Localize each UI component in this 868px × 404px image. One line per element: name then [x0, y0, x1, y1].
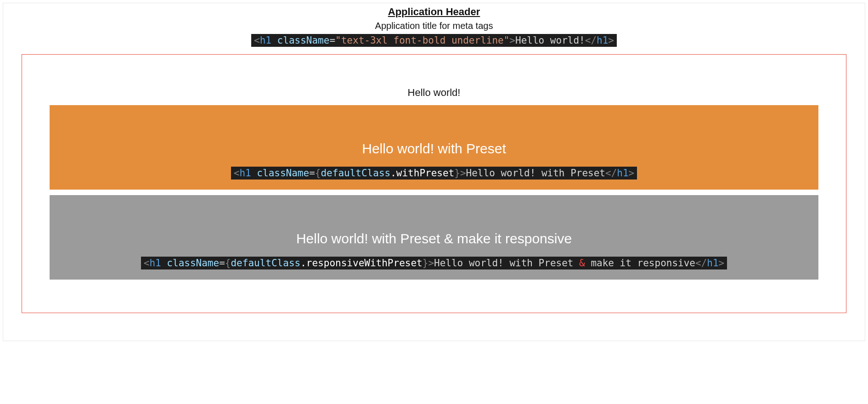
code-token: }: [423, 258, 428, 269]
code-token: <: [144, 258, 150, 269]
code-token: Hello world! with Preset: [434, 258, 579, 269]
code-token: >: [608, 35, 614, 46]
code-line: <h1 className={defaultClass.withPreset}>…: [231, 167, 637, 180]
code-token: >: [629, 168, 635, 179]
code-token: h1: [707, 258, 718, 269]
code-token: className: [167, 258, 219, 269]
code-token: [251, 168, 257, 179]
code-token: </: [585, 35, 597, 46]
code-snippet-1: <h1 className="text-3xl font-bold underl…: [3, 34, 865, 47]
code-token: Hello world!: [515, 35, 585, 46]
preset-heading: Hello world! with Preset: [50, 141, 818, 157]
responsive-heading: Hello world! with Preset & make it respo…: [50, 231, 818, 247]
code-line: <h1 className={defaultClass.responsiveWi…: [141, 257, 727, 269]
code-token: withPreset: [396, 168, 454, 179]
code-snippet-2: <h1 className={defaultClass.withPreset}>…: [50, 167, 818, 180]
code-token: {: [225, 258, 231, 269]
code-token: make it responsive: [585, 258, 695, 269]
code-token: h1: [239, 168, 251, 179]
code-line: <h1 className="text-3xl font-bold underl…: [251, 34, 617, 47]
code-token: className: [257, 168, 309, 179]
responsive-panel: Hello world! with Preset & make it respo…: [50, 195, 818, 280]
code-token: <: [234, 168, 240, 179]
code-token: .: [390, 168, 396, 179]
code-token: h1: [617, 168, 628, 179]
code-token: <: [254, 35, 260, 46]
code-token: >: [460, 168, 466, 179]
code-token: =: [309, 168, 315, 179]
code-token: .: [300, 258, 306, 269]
app-subtitle: Application title for meta tags: [3, 21, 865, 31]
code-snippet-3: <h1 className={defaultClass.responsiveWi…: [50, 257, 818, 269]
app-header: Application Header: [388, 6, 480, 18]
code-token: }: [454, 168, 460, 179]
code-token: </: [605, 168, 617, 179]
code-token: defaultClass: [321, 168, 390, 179]
code-token: >: [509, 35, 515, 46]
code-token: >: [428, 258, 434, 269]
code-token: h1: [260, 35, 271, 46]
preset-panel: Hello world! with Preset <h1 className={…: [50, 105, 818, 190]
code-token: h1: [597, 35, 608, 46]
code-token: [271, 35, 277, 46]
code-token: Hello world! with Preset: [466, 168, 605, 179]
code-token: responsiveWithPreset: [306, 258, 423, 269]
header-block: Application Header Application title for…: [3, 3, 865, 47]
code-token: defaultClass: [231, 258, 300, 269]
code-token: =: [329, 35, 335, 46]
code-token: [161, 258, 167, 269]
code-token: =: [219, 258, 225, 269]
demo-hello-title: Hello world!: [50, 87, 818, 99]
code-token: className: [277, 35, 330, 46]
code-token: >: [719, 258, 725, 269]
code-token: &: [579, 258, 585, 269]
code-token: h1: [149, 258, 161, 269]
page: Application Header Application title for…: [3, 3, 865, 341]
code-token: {: [315, 168, 321, 179]
demo-container: Hello world! Hello world! with Preset <h…: [22, 54, 846, 313]
code-token: </: [695, 258, 707, 269]
code-token: "text-3xl font-bold underline": [335, 35, 509, 46]
